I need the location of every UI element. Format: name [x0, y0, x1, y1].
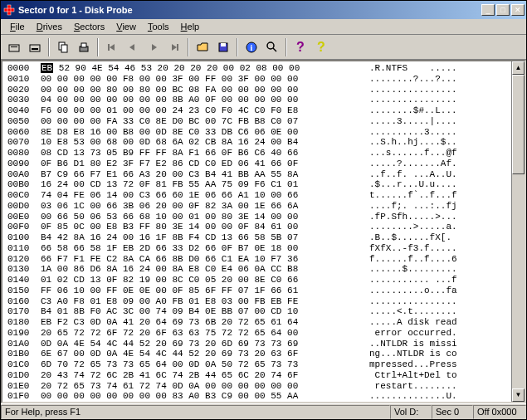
- context-help-button[interactable]: ?: [311, 37, 331, 57]
- hex-view[interactable]: 0000EB 52 90 4E 54 46 53 20 20 20 20 00 …: [2, 61, 525, 403]
- scroll-thumb[interactable]: [512, 75, 525, 174]
- open-volume-button[interactable]: [25, 37, 45, 57]
- hex-row: 014001 02 CD 13 0F 82 19 00 8C C0 05 20 …: [7, 275, 520, 286]
- hex-row: 011066 58 66 58 1F EB 2D 66 33 D2 66 0F …: [7, 243, 520, 254]
- hex-row: 001000 00 00 00 00 F8 00 00 3F 00 FF 00 …: [7, 74, 520, 85]
- maximize-button[interactable]: □: [496, 4, 510, 16]
- menu-file[interactable]: File: [4, 20, 31, 33]
- hex-row: 0170B4 01 8B F0 AC 3C 00 74 09 B4 0E BB …: [7, 306, 520, 317]
- close-button[interactable]: ✕: [511, 4, 525, 16]
- hex-row: 00F00F 85 0C 00 E8 B3 FF 80 3E 14 00 00 …: [7, 222, 520, 232]
- status-offset: Off 0x000: [473, 405, 526, 419]
- open-drive-button[interactable]: [4, 37, 24, 57]
- menu-view[interactable]: View: [110, 20, 142, 33]
- status-help: For Help, press F1: [1, 405, 390, 419]
- svg-rect-7: [32, 48, 38, 50]
- hex-row: 00C074 04 FE 06 14 00 C3 66 60 1E 06 66 …: [7, 190, 520, 201]
- hex-row: 0100B4 42 8A 16 24 00 16 1F 8B F4 CD 13 …: [7, 232, 520, 243]
- copy-button[interactable]: [53, 37, 73, 57]
- hex-row: 003004 00 00 00 00 00 00 00 8B A0 0F 00 …: [7, 95, 520, 105]
- next-sector-button[interactable]: [144, 37, 163, 57]
- svg-rect-9: [61, 45, 67, 52]
- hex-row: 007010 E8 53 00 68 00 0D 68 6A 02 CB 8A …: [7, 137, 520, 148]
- hex-row: 00E000 66 50 06 53 66 68 10 00 01 00 80 …: [7, 212, 520, 222]
- svg-rect-12: [108, 44, 110, 51]
- svg-rect-4: [9, 45, 19, 51]
- svg-rect-1: [4, 8, 14, 12]
- menubar: File Drives Sectors View Tools Help: [1, 19, 526, 35]
- hex-row: 0000EB 52 90 4E 54 46 53 20 20 20 20 00 …: [7, 63, 520, 74]
- hex-row: 00608E D8 E8 16 00 B8 00 0D 8E C0 33 DB …: [7, 127, 520, 138]
- menu-tools[interactable]: Tools: [142, 20, 175, 33]
- hex-row: 00D003 06 1C 00 66 3B 06 20 00 0F 82 3A …: [7, 201, 520, 212]
- svg-line-19: [273, 48, 276, 51]
- hex-row: 00900F B6 D1 80 E2 3F F7 E2 86 CD C0 ED …: [7, 159, 520, 169]
- minimize-button[interactable]: _: [481, 4, 495, 16]
- hex-row: 01D020 43 74 72 6C 2B 41 6C 74 2B 44 65 …: [7, 370, 520, 381]
- hex-row: 00B016 24 00 CD 13 72 0F 81 FB 55 AA 75 …: [7, 179, 520, 190]
- svg-point-18: [267, 42, 274, 49]
- hex-row: 01C06D 70 72 65 73 73 65 64 00 0D 0A 50 …: [7, 359, 520, 370]
- hex-row: 008008 CD 13 73 05 B9 FF FF 8A F1 66 0F …: [7, 148, 520, 159]
- hex-row: 01F000 00 00 00 00 00 00 00 83 A0 B3 C9 …: [7, 391, 520, 402]
- last-sector-button[interactable]: [164, 37, 184, 57]
- prev-sector-button[interactable]: [123, 37, 143, 57]
- menu-sectors[interactable]: Sectors: [68, 20, 110, 33]
- svg-rect-15: [221, 43, 226, 46]
- hex-row: 005000 00 00 00 FA 33 C0 8E D0 BC 00 7C …: [7, 116, 520, 127]
- svg-text:i: i: [251, 43, 253, 52]
- print-button[interactable]: [74, 37, 94, 57]
- menu-help[interactable]: Help: [175, 20, 206, 33]
- toolbar: i ? ?: [1, 35, 526, 60]
- svg-rect-11: [81, 43, 86, 47]
- search-button[interactable]: [262, 37, 282, 57]
- open-file-button[interactable]: [193, 37, 212, 57]
- first-sector-button[interactable]: [102, 37, 122, 57]
- hex-row: 01E020 72 65 73 74 61 72 74 0D 0A 00 00 …: [7, 381, 520, 392]
- titlebar: Sector 0 for 1 - Disk Probe _ □ ✕: [1, 1, 526, 19]
- svg-rect-5: [11, 46, 17, 47]
- statusbar: For Help, press F1 Vol D: Sec 0 Off 0x00…: [1, 403, 526, 419]
- save-button[interactable]: [213, 37, 233, 57]
- hex-row: 01A00D 0A 4E 54 4C 44 52 20 69 73 20 6D …: [7, 339, 520, 349]
- menu-drives[interactable]: Drives: [31, 20, 68, 33]
- hex-row: 01B06E 67 00 0D 0A 4E 54 4C 44 52 20 69 …: [7, 349, 520, 359]
- scroll-down-button[interactable]: ▼: [512, 388, 525, 402]
- vertical-scrollbar[interactable]: ▲ ▼: [511, 61, 525, 402]
- content-area: 0000EB 52 90 4E 54 46 53 20 20 20 20 00 …: [1, 60, 526, 403]
- hex-row: 002000 00 00 00 80 00 80 00 BC 08 FA 00 …: [7, 85, 520, 95]
- hex-row: 01301A 00 86 D6 8A 16 24 00 8A E8 C0 E4 …: [7, 264, 520, 275]
- hex-row: 00A0B7 C9 66 F7 E1 66 A3 20 00 C3 B4 41 …: [7, 169, 520, 180]
- help-button[interactable]: ?: [290, 37, 310, 57]
- info-button[interactable]: i: [242, 37, 261, 57]
- hex-row: 0160C3 A0 F8 01 E8 09 00 A0 FB 01 E8 03 …: [7, 296, 520, 307]
- hex-row: 019020 65 72 72 6F 72 20 6F 63 63 75 72 …: [7, 328, 520, 339]
- hex-row: 0040F6 00 00 00 01 00 00 00 24 23 C0 F0 …: [7, 105, 520, 116]
- hex-row: 012066 F7 F1 FE C2 8A CA 66 8B D0 66 C1 …: [7, 254, 520, 265]
- app-icon: [2, 3, 16, 17]
- scroll-up-button[interactable]: ▲: [512, 61, 525, 75]
- svg-rect-13: [177, 44, 178, 51]
- hex-row: 0150FF 06 10 00 FF 0E 0E 00 0F 85 6F FF …: [7, 286, 520, 296]
- status-volume: Vol D:: [390, 405, 432, 419]
- window-title: Sector 0 for 1 - Disk Probe: [18, 5, 481, 15]
- status-sector: Sec 0: [432, 405, 473, 419]
- hex-row: 0180EB F2 C3 0D 0A 41 20 64 69 73 6B 20 …: [7, 317, 520, 328]
